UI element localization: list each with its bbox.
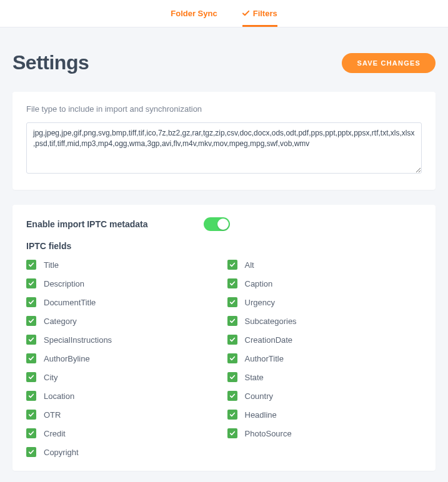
iptc-checkbox-grid: TitleAltDescriptionCaptionDocumentTitleU…: [26, 260, 422, 457]
checkbox-label: Alt: [245, 260, 254, 270]
checkbox-label: Subcategories: [245, 317, 297, 326]
iptc-field-item: Category: [26, 316, 221, 326]
checkbox[interactable]: [227, 335, 237, 345]
iptc-field-item: Headline: [227, 410, 422, 420]
checkbox-label: Caption: [245, 279, 273, 288]
checkbox[interactable]: [227, 410, 237, 420]
iptc-field-item: DocumentTitle: [26, 297, 221, 307]
checkbox-label: Location: [44, 391, 74, 401]
checkbox[interactable]: [26, 410, 36, 420]
checkbox-label: Country: [245, 391, 274, 401]
checkbox-label: Urgency: [245, 298, 275, 307]
checkbox-label: OTR: [44, 410, 61, 420]
iptc-field-item: Urgency: [227, 297, 422, 307]
checkbox-label: AuthorByline: [44, 354, 90, 363]
toggle-knob: [217, 219, 229, 230]
checkbox-label: PhotoSource: [245, 429, 292, 438]
checkbox[interactable]: [227, 316, 237, 326]
iptc-field-item: Location: [26, 391, 221, 401]
iptc-toggle-row: Enable import IPTC metadata: [26, 217, 422, 231]
checkbox-label: CreationDate: [245, 335, 293, 345]
tab-folder-sync[interactable]: Folder Sync: [171, 0, 217, 27]
checkbox-label: Description: [44, 279, 84, 288]
iptc-field-item: AuthorTitle: [227, 353, 422, 363]
iptc-field-item: PhotoSource: [227, 428, 422, 438]
iptc-field-item: State: [227, 372, 422, 382]
checkbox[interactable]: [26, 260, 36, 270]
iptc-field-item: Title: [26, 260, 221, 270]
checkbox[interactable]: [227, 428, 237, 438]
checkbox-label: State: [245, 373, 264, 382]
iptc-field-item: Country: [227, 391, 422, 401]
iptc-field-item: Alt: [227, 260, 422, 270]
checkbox[interactable]: [227, 372, 237, 382]
save-changes-button[interactable]: SAVE CHANGES: [342, 53, 436, 73]
iptc-field-item: Credit: [26, 428, 221, 438]
iptc-field-item: City: [26, 372, 221, 382]
check-icon: [242, 10, 249, 17]
tab-filters[interactable]: Filters: [242, 0, 277, 27]
checkbox[interactable]: [26, 447, 36, 457]
iptc-field-item: Copyright: [26, 447, 221, 457]
tab-filters-label: Filters: [253, 9, 277, 18]
checkbox-label: DocumentTitle: [44, 298, 96, 307]
checkbox[interactable]: [227, 391, 237, 401]
checkbox-label: City: [44, 373, 57, 382]
iptc-field-item: SpecialInstructions: [26, 335, 221, 345]
filetypes-card: File type to include in import and synch…: [12, 92, 436, 190]
checkbox-label: Title: [44, 260, 59, 270]
iptc-card: Enable import IPTC metadata IPTC fields …: [12, 205, 436, 471]
checkbox[interactable]: [227, 278, 237, 288]
checkbox[interactable]: [26, 335, 36, 345]
checkbox-label: Category: [44, 317, 77, 326]
checkbox[interactable]: [26, 391, 36, 401]
tab-folder-sync-label: Folder Sync: [171, 9, 217, 18]
checkbox[interactable]: [227, 297, 237, 307]
tabs-bar: Folder Sync Filters: [0, 0, 448, 27]
checkbox[interactable]: [26, 353, 36, 363]
checkbox[interactable]: [227, 260, 237, 270]
iptc-field-item: Description: [26, 278, 221, 288]
checkbox[interactable]: [26, 297, 36, 307]
checkbox-label: Credit: [44, 429, 66, 438]
iptc-field-item: AuthorByline: [26, 353, 221, 363]
iptc-field-item: Subcategories: [227, 316, 422, 326]
checkbox-label: AuthorTitle: [245, 354, 284, 363]
checkbox-label: Headline: [245, 410, 277, 420]
iptc-field-item: Caption: [227, 278, 422, 288]
checkbox[interactable]: [26, 316, 36, 326]
iptc-toggle-label: Enable import IPTC metadata: [26, 219, 147, 229]
iptc-field-item: CreationDate: [227, 335, 422, 345]
checkbox[interactable]: [26, 372, 36, 382]
checkbox[interactable]: [26, 278, 36, 288]
iptc-field-item: OTR: [26, 410, 221, 420]
checkbox[interactable]: [26, 428, 36, 438]
iptc-fields-heading: IPTC fields: [26, 241, 422, 251]
checkbox-label: Copyright: [44, 448, 79, 457]
checkbox-label: SpecialInstructions: [44, 335, 112, 345]
checkbox[interactable]: [227, 353, 237, 363]
iptc-toggle[interactable]: [204, 217, 230, 231]
filetypes-label: File type to include in import and synch…: [26, 104, 422, 114]
filetypes-input[interactable]: [26, 122, 422, 174]
page-title: Settings: [12, 51, 89, 74]
page-header: Settings SAVE CHANGES: [12, 51, 436, 74]
